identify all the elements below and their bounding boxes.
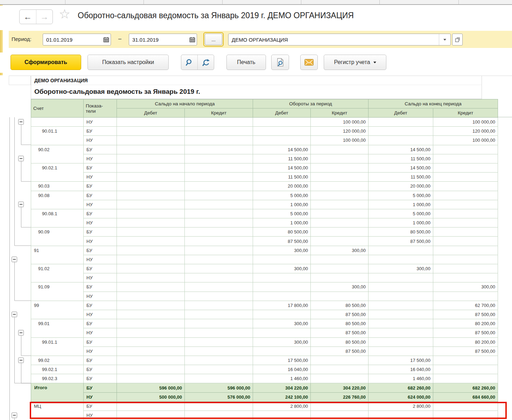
value-cell[interactable] xyxy=(311,227,369,237)
indicator-cell[interactable]: НУ xyxy=(84,118,117,127)
value-cell[interactable] xyxy=(185,173,253,182)
value-cell[interactable]: 62 700,00 xyxy=(433,301,498,310)
value-cell[interactable]: 1 000,00 xyxy=(253,200,311,209)
value-cell[interactable] xyxy=(311,237,369,246)
value-cell[interactable] xyxy=(117,182,185,191)
value-cell[interactable] xyxy=(117,237,185,246)
value-cell[interactable] xyxy=(433,246,498,255)
column-header-debit[interactable]: Дебет xyxy=(117,108,185,118)
value-cell[interactable] xyxy=(253,346,311,356)
value-cell[interactable] xyxy=(117,273,185,282)
account-cell[interactable]: 91.02 xyxy=(31,264,84,282)
value-cell[interactable] xyxy=(185,163,253,172)
indicator-cell[interactable]: БУ xyxy=(84,301,117,310)
value-cell[interactable] xyxy=(117,163,185,172)
account-cell[interactable] xyxy=(31,118,84,127)
indicator-cell[interactable]: НУ xyxy=(84,411,117,420)
value-cell[interactable]: 14 500,00 xyxy=(253,145,311,154)
indicator-cell[interactable]: БУ xyxy=(84,127,117,136)
value-cell[interactable] xyxy=(117,264,185,273)
indicator-cell[interactable]: БУ xyxy=(84,374,117,383)
value-cell[interactable]: 300,00 xyxy=(369,264,433,273)
value-cell[interactable] xyxy=(433,173,498,182)
value-cell[interactable]: 80 500,00 xyxy=(311,337,369,346)
indicator-cell[interactable]: НУ xyxy=(84,328,117,337)
column-group-turnover[interactable]: Обороты за период xyxy=(253,99,369,108)
value-cell[interactable] xyxy=(185,246,253,255)
back-button[interactable]: ← xyxy=(20,10,36,24)
value-cell[interactable] xyxy=(185,200,253,209)
column-header-credit[interactable]: Кредит xyxy=(311,108,369,118)
indicator-cell[interactable]: БУ xyxy=(84,227,117,237)
value-cell[interactable] xyxy=(117,200,185,209)
value-cell[interactable] xyxy=(369,337,433,346)
indicator-cell[interactable]: БУ xyxy=(84,145,117,154)
value-cell[interactable] xyxy=(311,173,369,182)
organization-value[interactable]: ДЕМО ОРГАНИЗАЦИЯ xyxy=(229,34,439,45)
indicator-cell[interactable]: БУ xyxy=(84,356,117,365)
value-cell[interactable] xyxy=(185,118,253,127)
value-cell[interactable] xyxy=(117,356,185,365)
value-cell[interactable]: 100 000,00 xyxy=(311,118,369,127)
value-cell[interactable] xyxy=(311,255,369,264)
value-cell[interactable] xyxy=(311,154,369,163)
indicator-cell[interactable]: НУ xyxy=(84,200,117,209)
value-cell[interactable] xyxy=(185,319,253,328)
value-cell[interactable] xyxy=(185,411,253,420)
value-cell[interactable] xyxy=(185,182,253,191)
value-cell[interactable]: 17 800,00 xyxy=(253,301,311,310)
column-header-debit[interactable]: Дебет xyxy=(369,108,433,118)
combo-dropdown-zone[interactable] xyxy=(439,34,450,45)
value-cell[interactable]: 87 500,00 xyxy=(311,310,369,319)
value-cell[interactable] xyxy=(253,273,311,282)
value-cell[interactable]: 80 500,00 xyxy=(311,319,369,328)
value-cell[interactable] xyxy=(117,411,185,420)
value-cell[interactable] xyxy=(369,301,433,310)
column-header-account[interactable]: Счет xyxy=(31,99,84,118)
value-cell[interactable] xyxy=(311,365,369,374)
value-cell[interactable] xyxy=(311,191,369,200)
value-cell[interactable]: 87 500,00 xyxy=(433,310,498,319)
value-cell[interactable]: 242 100,00 xyxy=(253,392,311,401)
value-cell[interactable]: 5 000,00 xyxy=(369,209,433,218)
value-cell[interactable]: 1 000,00 xyxy=(253,218,311,227)
value-cell[interactable] xyxy=(433,401,498,411)
column-group-closing-balance[interactable]: Сальдо на конец периода xyxy=(369,99,498,108)
value-cell[interactable] xyxy=(185,365,253,374)
value-cell[interactable]: 596 000,00 xyxy=(117,383,185,392)
value-cell[interactable] xyxy=(185,136,253,145)
value-cell[interactable] xyxy=(369,255,433,264)
value-cell[interactable]: 17 500,00 xyxy=(253,356,311,365)
account-cell[interactable]: 90.01.1 xyxy=(31,127,84,145)
value-cell[interactable]: 11 500,00 xyxy=(369,173,433,182)
indicator-cell[interactable]: БУ xyxy=(84,209,117,218)
value-cell[interactable] xyxy=(311,374,369,383)
value-cell[interactable] xyxy=(369,127,433,136)
value-cell[interactable]: 304 220,00 xyxy=(253,383,311,392)
value-cell[interactable] xyxy=(433,145,498,154)
value-cell[interactable] xyxy=(185,310,253,319)
account-cell[interactable]: Итого xyxy=(31,383,84,401)
value-cell[interactable] xyxy=(311,200,369,209)
value-cell[interactable] xyxy=(311,411,369,420)
search-button[interactable] xyxy=(181,55,198,70)
value-cell[interactable]: 682 260,00 xyxy=(369,383,433,392)
value-cell[interactable] xyxy=(433,209,498,218)
indicator-cell[interactable]: НУ xyxy=(84,237,117,246)
value-cell[interactable] xyxy=(433,191,498,200)
account-cell[interactable]: 99.02.3 xyxy=(31,374,84,383)
value-cell[interactable]: 1 460,00 xyxy=(253,374,311,383)
organization-combo[interactable]: ДЕМО ОРГАНИЗАЦИЯ xyxy=(228,34,451,46)
indicator-cell[interactable]: БУ xyxy=(84,365,117,374)
column-header-credit[interactable]: Кредит xyxy=(185,108,253,118)
account-cell[interactable]: 99.01.1 xyxy=(31,337,84,356)
value-cell[interactable]: 300,00 xyxy=(311,246,369,255)
value-cell[interactable] xyxy=(311,182,369,191)
value-cell[interactable] xyxy=(253,411,311,420)
value-cell[interactable] xyxy=(117,374,185,383)
search-next-button[interactable] xyxy=(198,55,214,70)
value-cell[interactable] xyxy=(369,310,433,319)
value-cell[interactable]: 624 000,00 xyxy=(369,392,433,401)
period-from-value[interactable]: 01.01.2019 xyxy=(43,37,101,43)
value-cell[interactable] xyxy=(369,328,433,337)
